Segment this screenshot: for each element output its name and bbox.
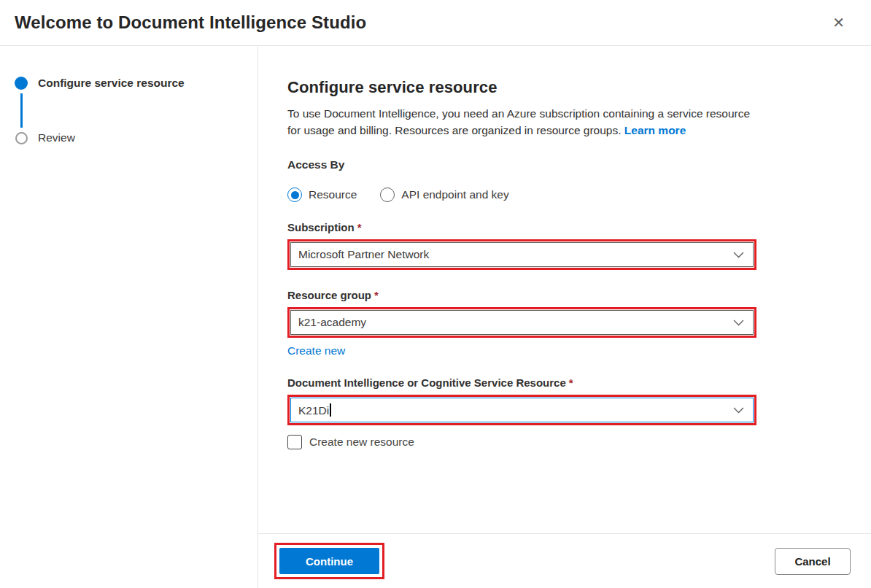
access-by-label: Access By bbox=[287, 158, 842, 171]
stepper-step-configure[interactable]: Configure service resource bbox=[15, 77, 258, 90]
radio-label: API endpoint and key bbox=[401, 188, 508, 201]
resource-group-label: Resource group* bbox=[287, 289, 842, 301]
text-cursor bbox=[330, 403, 331, 417]
checkbox-label: Create new resource bbox=[309, 436, 414, 449]
radio-label: Resource bbox=[309, 188, 357, 201]
radio-option-api-endpoint[interactable]: API endpoint and key bbox=[380, 187, 508, 202]
radio-option-resource[interactable]: Resource bbox=[287, 187, 357, 202]
chevron-down-icon bbox=[733, 407, 744, 414]
chevron-down-icon bbox=[733, 320, 744, 326]
subscription-label: Subscription* bbox=[287, 221, 842, 233]
resource-group-dropdown[interactable]: k21-academy bbox=[290, 310, 754, 335]
annotation-box-continue: Continue bbox=[274, 543, 384, 579]
step-active-dot-icon bbox=[15, 77, 28, 90]
page-title: Configure service resource bbox=[287, 78, 842, 97]
step-upcoming-circle-icon bbox=[15, 132, 28, 144]
radio-dot bbox=[291, 191, 299, 199]
resource-value: K21Di bbox=[298, 404, 329, 417]
access-by-radio-group: Resource API endpoint and key bbox=[287, 187, 842, 202]
configure-form: Configure service resource To use Docume… bbox=[258, 46, 871, 449]
dialog-header: Welcome to Document Intelligence Studio … bbox=[0, 0, 871, 46]
stepper-step-review[interactable]: Review bbox=[15, 131, 258, 144]
radio-selected-icon bbox=[287, 187, 302, 202]
required-asterisk: * bbox=[357, 221, 362, 233]
main-panel: Configure service resource To use Docume… bbox=[258, 46, 871, 588]
step-label: Review bbox=[38, 131, 75, 144]
resource-field-label: Document Intelligence or Cognitive Servi… bbox=[287, 376, 842, 389]
create-new-resource-option[interactable]: Create new resource bbox=[287, 435, 842, 449]
wizard-stepper: Configure service resource Review bbox=[0, 46, 258, 588]
learn-more-link[interactable]: Learn more bbox=[624, 124, 686, 136]
close-icon[interactable]: ✕ bbox=[829, 12, 848, 33]
stepper-connector-line bbox=[20, 93, 23, 128]
dialog-body: Configure service resource Review Config… bbox=[0, 46, 871, 588]
subscription-dropdown[interactable]: Microsoft Partner Network bbox=[290, 242, 754, 267]
resource-group-value: k21-academy bbox=[298, 316, 366, 329]
annotation-box-resource: K21Di bbox=[287, 395, 756, 425]
annotation-box-subscription: Microsoft Partner Network bbox=[287, 239, 756, 270]
subscription-value: Microsoft Partner Network bbox=[298, 248, 429, 261]
required-asterisk: * bbox=[374, 289, 379, 301]
cancel-button[interactable]: Cancel bbox=[775, 548, 851, 575]
dialog-footer: Continue Cancel bbox=[258, 533, 871, 588]
resource-value-wrap: K21Di bbox=[298, 403, 331, 417]
radio-unselected-icon bbox=[380, 187, 395, 202]
annotation-box-resource-group: k21-academy bbox=[287, 307, 756, 338]
document-intelligence-studio-dialog: Welcome to Document Intelligence Studio … bbox=[0, 0, 871, 588]
checkbox-unchecked-icon bbox=[287, 435, 302, 449]
resource-combobox-input[interactable]: K21Di bbox=[290, 398, 754, 422]
continue-button[interactable]: Continue bbox=[279, 548, 379, 574]
chevron-down-icon bbox=[733, 252, 744, 258]
step-label: Configure service resource bbox=[38, 77, 185, 90]
description-text: To use Document Intelligence, you need a… bbox=[287, 105, 756, 139]
required-asterisk: * bbox=[569, 376, 573, 389]
create-new-link[interactable]: Create new bbox=[287, 344, 345, 357]
dialog-title: Welcome to Document Intelligence Studio bbox=[15, 12, 366, 33]
